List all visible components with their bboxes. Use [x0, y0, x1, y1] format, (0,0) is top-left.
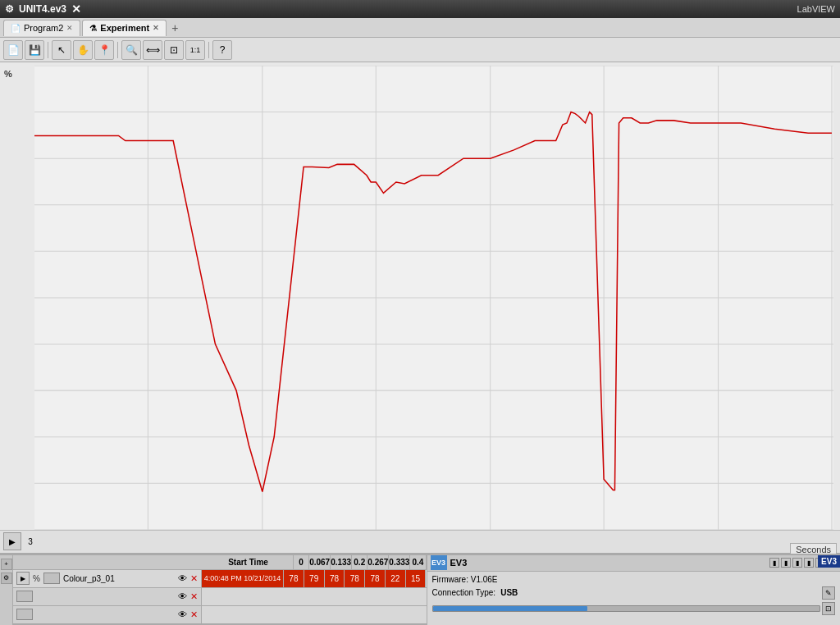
main-area: %	[0, 62, 840, 625]
row-1-val-4: 78	[365, 570, 386, 587]
experiment-icon: ⚗	[89, 24, 97, 33]
row-1-val-5: 22	[386, 570, 406, 587]
row-1-eye[interactable]: 👁	[176, 572, 189, 585]
progress-fill	[433, 606, 588, 611]
row-2-del[interactable]: ✕	[190, 591, 198, 602]
ev3-header: EV3 EV3 ▮ ▮ ▮ ▮ ▮ ▮	[427, 555, 841, 572]
row-1-unit: %	[31, 574, 42, 583]
row-1-color-icon: ▶	[16, 572, 30, 585]
row-1-num	[43, 573, 60, 584]
row-2-num	[16, 591, 33, 602]
toolbar-export-btn[interactable]: 💾	[25, 40, 44, 60]
toolbar: 📄 💾 ↖ ✋ 📍 🔍 ⟺ ⊡ 1:1 ?	[0, 38, 840, 62]
ev3-corner-label: EV3	[818, 555, 840, 568]
progress-bar	[432, 605, 821, 612]
sidebar-add-icon[interactable]: +	[1, 559, 12, 570]
data-panel: + ⚙ Start Time 0 0.067 0.133	[0, 554, 840, 625]
col-header-1: 0.067	[309, 555, 331, 569]
connection-value: USB	[500, 588, 518, 597]
col-header-0: 0	[294, 555, 309, 569]
toolbar-1to1-btn[interactable]: 1:1	[185, 40, 205, 60]
chart-svg: 10 20 30 40 50 60 70 80 90 0 0.2 0.4 0.6…	[34, 66, 833, 530]
add-tab-button[interactable]: +	[168, 21, 181, 34]
tab-experiment[interactable]: ⚗ Experiment ✕	[82, 20, 167, 36]
data-table-header: Start Time 0 0.067 0.133 0.2 0.267	[13, 555, 427, 570]
tab-bar: 📄 Program2 ✕ ⚗ Experiment ✕ +	[0, 18, 840, 38]
program2-icon: 📄	[11, 24, 21, 33]
sidebar-settings-icon[interactable]: ⚙	[1, 573, 12, 584]
left-sidebar: + ⚙	[0, 555, 13, 625]
row-2-controls: 👁 ✕	[13, 588, 202, 605]
row-1-val-6: 15	[406, 570, 427, 587]
connection-label: Connection Type:	[432, 588, 496, 597]
app-title: UNIT4.ev3	[19, 3, 66, 15]
toolbar-cursor-btn[interactable]: 📍	[94, 40, 114, 60]
toolbar-sep3	[208, 42, 209, 58]
toolbar-sep1	[48, 42, 48, 58]
toolbar-sep2	[117, 42, 118, 58]
ev3-panel: EV3 EV3 EV3 ▮ ▮ ▮ ▮ ▮ ▮ Firmware: V1.06	[427, 555, 841, 625]
data-row-3: 👁 ✕	[13, 606, 427, 624]
row-1-val-3: 78	[345, 570, 365, 587]
row-3-num	[16, 609, 33, 620]
row-1-name: Colour_p3_01	[62, 574, 174, 583]
tab-experiment-close[interactable]: ✕	[153, 24, 159, 32]
row-3-controls: 👁 ✕	[13, 606, 202, 623]
col-header-3: 0.2	[352, 555, 368, 569]
connection-edit-btn[interactable]: ✎	[822, 586, 835, 600]
toolbar-help-btn[interactable]: ?	[212, 40, 232, 60]
app-icon: ⚙	[5, 3, 14, 15]
toolbar-fit-btn[interactable]: ⊡	[164, 40, 184, 60]
row-1-val-1: 79	[304, 570, 325, 587]
connection-row: Connection Type: USB ✎	[432, 586, 836, 600]
labview-logo: LabVIEW	[797, 4, 835, 14]
counter-display: 3	[23, 537, 38, 546]
ev3-btn-2[interactable]: ▮	[781, 558, 791, 568]
toolbar-hand-btn[interactable]: ✋	[73, 40, 93, 60]
row-1-val-0: 78	[284, 570, 304, 587]
y-axis-label: %	[0, 62, 16, 530]
title-bar: ⚙ UNIT4.ev3 ✕ LabVIEW	[0, 0, 840, 18]
data-left: Start Time 0 0.067 0.133 0.2 0.267	[13, 555, 427, 625]
tab-program2-close[interactable]: ✕	[66, 24, 73, 32]
chart-plot: 10 20 30 40 50 60 70 80 90 0 0.2 0.4 0.6…	[34, 66, 833, 530]
data-row-2: 👁 ✕	[13, 588, 427, 606]
chart-bottom: ▶ 3 Seconds	[0, 530, 840, 553]
col-header-4: 0.267	[368, 555, 389, 569]
row-3-del[interactable]: ✕	[190, 609, 198, 620]
tab-program2[interactable]: 📄 Program2 ✕	[3, 20, 80, 36]
play-icon: ▶	[9, 537, 16, 546]
ev3-title: EV3	[450, 558, 767, 568]
start-time-header: Start Time	[203, 555, 294, 569]
col-header-5: 0.333	[389, 555, 410, 569]
row-1-controls: ▶ % Colour_p3_01 👁 ✕	[13, 570, 202, 587]
ev3-btn-3[interactable]: ▮	[792, 558, 802, 568]
toolbar-pan-btn[interactable]: ⟺	[143, 40, 162, 60]
toolbar-pointer-btn[interactable]: ↖	[52, 40, 71, 60]
title-right: LabVIEW	[797, 4, 835, 14]
firmware-row: Firmware: V1.06E	[432, 575, 836, 584]
row-1-del[interactable]: ✕	[190, 573, 198, 584]
data-row-1: ▶ % Colour_p3_01 👁 ✕ 4:00:48 PM 10/21/20…	[13, 570, 427, 588]
toolbar-zoom-btn[interactable]: 🔍	[121, 40, 141, 60]
title-left: ⚙ UNIT4.ev3 ✕	[5, 2, 81, 16]
row-2-eye[interactable]: 👁	[176, 590, 189, 603]
ev3-btn-1[interactable]: ▮	[769, 558, 779, 568]
ev3-info: Firmware: V1.06E Connection Type: USB ✎ …	[427, 572, 841, 620]
add-tab-title[interactable]: ✕	[71, 2, 81, 16]
tab-experiment-label: Experiment	[100, 23, 149, 33]
row-1-start-time: 4:00:48 PM 10/21/2014	[202, 570, 284, 587]
col-header-2: 0.133	[331, 555, 352, 569]
progress-btn[interactable]: ⊡	[822, 602, 835, 615]
col-header-6: 0.4	[410, 555, 426, 569]
firmware-label: Firmware: V1.06E	[432, 575, 498, 584]
tab-program2-label: Program2	[24, 23, 63, 33]
toolbar-save-btn[interactable]: 📄	[3, 40, 23, 60]
ev3-logo-box: EV3	[431, 555, 447, 570]
chart-area: %	[0, 62, 840, 554]
row-1-val-2: 78	[325, 570, 345, 587]
row-3-eye[interactable]: 👁	[176, 608, 189, 621]
play-button[interactable]: ▶	[3, 532, 21, 550]
progress-bar-container: ⊡	[432, 602, 836, 615]
ev3-btn-4[interactable]: ▮	[804, 558, 814, 568]
